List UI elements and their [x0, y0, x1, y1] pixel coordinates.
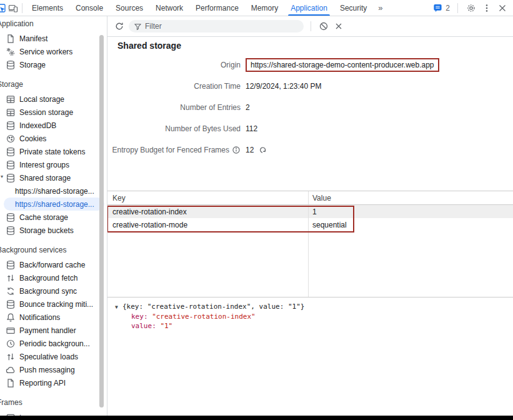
sidebar-item-push-messaging[interactable]: Push messaging — [0, 363, 107, 376]
sidebar-scrollbar-thumb[interactable] — [99, 35, 104, 408]
devtools-tabbar: ElementsConsoleSourcesNetworkPerformance… — [0, 0, 513, 16]
tab-elements[interactable]: Elements — [26, 0, 69, 16]
tab-sources[interactable]: Sources — [109, 0, 149, 16]
column-header-value[interactable]: Value — [309, 191, 513, 204]
refresh-icon[interactable] — [114, 21, 125, 32]
inspect-element-icon[interactable] — [0, 2, 6, 14]
preview-summary-line: ▼{key: "creative-rotation-index", value:… — [115, 302, 513, 312]
sidebar-item-reporting-api[interactable]: Reporting API — [0, 376, 107, 389]
sidebar-item-periodic-backgroun[interactable]: Periodic backgroun... — [0, 337, 107, 350]
property-name: value — [131, 322, 152, 330]
sidebar-item-label: IndexedDB — [19, 121, 56, 130]
field-label: Origin — [221, 61, 241, 69]
filter-pill[interactable] — [129, 20, 304, 32]
table-icon — [6, 94, 16, 104]
sidebar-item-payment-handler[interactable]: Payment handler — [0, 324, 107, 337]
bell-icon — [6, 312, 16, 322]
sidebar-item-manifest[interactable]: Manifest — [0, 32, 107, 45]
database-icon — [6, 212, 16, 222]
sidebar-item-label: Interest groups — [19, 161, 69, 169]
tab-network[interactable]: Network — [149, 0, 189, 16]
filter-input[interactable] — [145, 22, 299, 31]
sidebar-item-service-workers[interactable]: Service workers — [0, 45, 107, 58]
sidebar-item-https-shared-storage[interactable]: https://shared-storage... — [4, 198, 104, 211]
up-down-arrows-icon — [6, 352, 16, 362]
sidebar-item-label: Private state tokens — [19, 148, 85, 156]
sidebar-item-storage-buckets[interactable]: Storage buckets — [0, 224, 107, 237]
service-worker-icon — [6, 47, 16, 57]
sidebar-item-cookies[interactable]: Cookies — [0, 132, 107, 145]
table-row[interactable]: creative-rotation-index1 — [107, 205, 513, 218]
sidebar-item-background-sync[interactable]: Background sync — [0, 284, 107, 298]
shared-storage-toolbar — [107, 16, 513, 37]
field-value-annotated: https://shared-storage-demo-content-prod… — [246, 58, 439, 72]
database-icon — [6, 260, 16, 270]
field-row: Entropy Budget for Fenced Frames12 — [107, 139, 513, 161]
device-toolbar-icon[interactable] — [7, 2, 19, 14]
funnel-icon — [134, 22, 142, 31]
cloud-icon — [6, 365, 16, 375]
sidebar-item-storage[interactable]: Storage — [0, 58, 107, 71]
table-row[interactable]: creative-rotation-modesequential — [107, 218, 513, 231]
kebab-menu-icon[interactable] — [481, 2, 492, 14]
sidebar-item-label: Service workers — [19, 48, 72, 56]
sidebar-item-bounce-tracking-miti[interactable]: Bounce tracking miti... — [0, 298, 107, 311]
sidebar-item-notifications[interactable]: Notifications — [0, 311, 107, 324]
table-icon — [6, 108, 16, 118]
settings-gear-icon[interactable] — [466, 2, 477, 14]
tab-memory[interactable]: Memory — [245, 0, 284, 16]
reset-budget-icon[interactable] — [258, 146, 267, 154]
database-icon — [6, 121, 16, 131]
cell-key: creative-rotation-mode — [107, 218, 309, 231]
column-header-key[interactable]: Key — [107, 191, 309, 204]
cell-key: creative-rotation-index — [107, 205, 309, 218]
preview-property-line: value: "1" — [115, 321, 513, 331]
sidebar-item-https-shared-storage[interactable]: https://shared-storage... — [0, 184, 107, 198]
database-icon — [6, 299, 16, 309]
sidebar-item-label: Bounce tracking miti... — [19, 300, 93, 309]
field-label: Number of Entries — [180, 103, 241, 112]
document-icon — [6, 378, 16, 388]
application-sidebar: ApplicationManifestService workersStorag… — [0, 16, 107, 416]
field-value: 12/9/2024, 1:23:40 PM — [246, 82, 321, 91]
close-devtools-icon[interactable] — [497, 2, 508, 14]
preview-property-line: key: "creative-rotation-index" — [115, 312, 513, 321]
sidebar-item-label: Back/forward cache — [19, 261, 85, 269]
issues-button[interactable]: 2 — [432, 2, 450, 14]
tab-security[interactable]: Security — [334, 0, 373, 16]
more-tabs-chevron[interactable]: » — [373, 0, 387, 16]
sidebar-item-local-storage[interactable]: Local storage — [0, 92, 107, 106]
field-value: 2 — [246, 103, 250, 112]
sidebar-item-back-forward-cache[interactable]: Back/forward cache — [0, 258, 107, 271]
delete-selected-icon[interactable] — [333, 21, 344, 32]
expander-triangle-icon[interactable]: ▼ — [115, 302, 122, 312]
metadata-fields: Originhttps://shared-storage-demo-conten… — [107, 54, 513, 161]
sidebar-item-label: Cookies — [19, 134, 46, 143]
clear-all-icon[interactable] — [318, 21, 329, 32]
tab-console[interactable]: Console — [69, 0, 109, 16]
tab-performance[interactable]: Performance — [189, 0, 245, 16]
field-row: Number of Entries2 — [107, 97, 513, 118]
sidebar-item-top[interactable]: top — [0, 411, 107, 416]
tab-application[interactable]: Application — [284, 0, 334, 16]
sidebar-item-cache-storage[interactable]: Cache storage — [0, 211, 107, 224]
sidebar-item-private-state-tokens[interactable]: Private state tokens — [0, 145, 107, 158]
info-icon[interactable] — [232, 146, 241, 154]
sidebar-item-session-storage[interactable]: Session storage — [0, 106, 107, 119]
sidebar-item-indexeddb[interactable]: IndexedDB — [0, 119, 107, 132]
sidebar-item-interest-groups[interactable]: Interest groups — [0, 158, 107, 171]
sidebar-item-shared-storage[interactable]: ▾Shared storage — [0, 171, 107, 184]
sidebar-item-label: Cache storage — [19, 213, 68, 222]
sidebar-item-speculative-loads[interactable]: Speculative loads — [0, 350, 107, 363]
sidebar-item-label: Periodic backgroun... — [19, 339, 90, 348]
divider — [22, 3, 22, 13]
field-value: 12 — [246, 146, 254, 154]
sidebar-item-label: https://shared-storage... — [15, 200, 94, 209]
sidebar-item-background-fetch[interactable]: Background fetch — [0, 271, 107, 284]
devtools-window: ElementsConsoleSourcesNetworkPerformance… — [0, 0, 513, 420]
sidebar-item-label: Notifications — [19, 313, 60, 322]
page-title: Shared storage — [117, 41, 513, 52]
database-icon — [6, 173, 16, 183]
field-value: 112 — [246, 124, 257, 133]
tree-expander-icon[interactable]: ▾ — [1, 174, 6, 179]
